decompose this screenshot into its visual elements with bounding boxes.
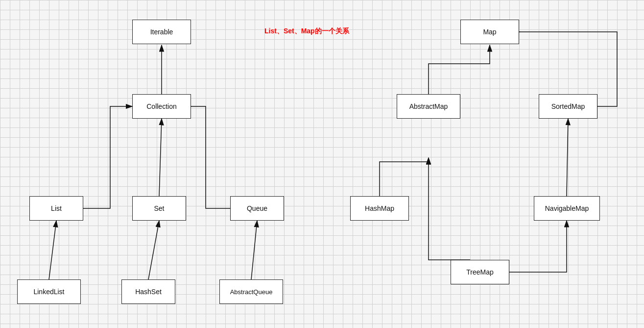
node-list: List [29, 196, 83, 221]
annotation-label: List、Set、Map的一个关系 [264, 27, 349, 36]
node-linkedlist: LinkedList [17, 279, 81, 304]
node-hashmap: HashMap [350, 196, 409, 221]
node-map: Map [460, 20, 519, 44]
svg-line-6 [251, 221, 257, 279]
node-collection: Collection [132, 94, 191, 119]
node-hashset: HashSet [121, 279, 175, 304]
svg-line-5 [148, 221, 159, 279]
svg-line-3 [159, 119, 162, 196]
node-navigablemap: NavigableMap [534, 196, 600, 221]
svg-line-7 [567, 119, 568, 196]
node-treemap: TreeMap [451, 260, 509, 284]
node-iterable: Iterable [132, 20, 191, 44]
node-queue: Queue [230, 196, 284, 221]
svg-line-4 [49, 221, 56, 279]
node-sortedmap: SortedMap [539, 94, 597, 119]
arrows-svg [0, 0, 644, 328]
diagram-container: List、Set、Map的一个关系 [0, 0, 644, 328]
node-abstractqueue: AbstractQueue [219, 279, 283, 304]
node-set: Set [132, 196, 186, 221]
node-abstractmap: AbstractMap [397, 94, 460, 119]
